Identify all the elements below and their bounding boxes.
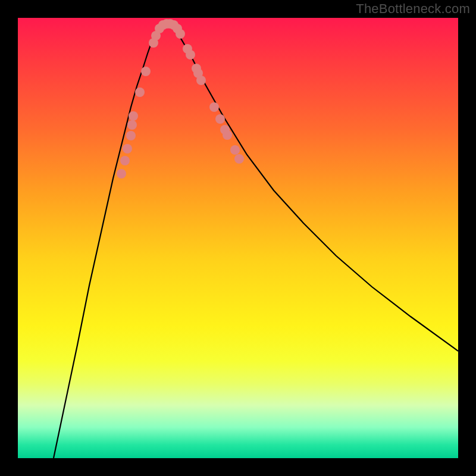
marker-dot: [196, 76, 206, 85]
curve-left: [54, 24, 167, 458]
marker-dot: [186, 50, 195, 60]
outer-frame: TheBottleneck.com: [0, 0, 476, 476]
marker-dot: [123, 144, 132, 154]
marker-dot: [141, 67, 151, 76]
marker-dot: [120, 156, 130, 165]
curve-right: [167, 24, 458, 351]
marker-dot: [223, 130, 232, 140]
plot-area: [18, 18, 458, 458]
marker-dot: [117, 169, 126, 178]
marker-dot: [129, 111, 138, 121]
marker-dot: [127, 120, 137, 130]
marker-dot: [230, 145, 240, 155]
marker-dot: [126, 131, 136, 140]
marker-dot: [234, 154, 244, 164]
marker-dot: [135, 87, 145, 97]
marker-group: [117, 19, 244, 178]
watermark-text: TheBottleneck.com: [356, 1, 470, 17]
marker-dot: [209, 102, 219, 112]
marker-dot: [176, 29, 185, 39]
chart-svg: [18, 18, 458, 458]
marker-dot: [215, 114, 225, 124]
